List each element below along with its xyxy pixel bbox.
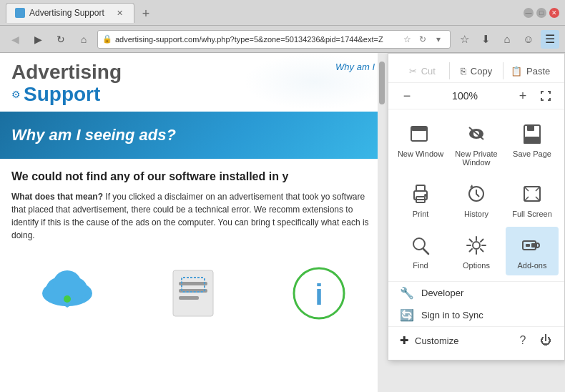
menu-grid: New Window New PrivateWindow: [388, 109, 564, 282]
print-button[interactable]: Print: [394, 175, 447, 224]
document-svg: [164, 265, 222, 322]
power-button[interactable]: ⏻: [536, 330, 556, 351]
zoom-row: − 100% +: [388, 83, 564, 109]
svg-point-6: [64, 295, 71, 303]
security-lock-icon: 🔒: [102, 34, 112, 44]
back-button[interactable]: ◀: [6, 30, 24, 49]
tab-close-button[interactable]: ✕: [114, 7, 125, 19]
cloud-icon-item: [39, 265, 96, 322]
navigation-bar: ◀ ▶ ↻ ⌂ 🔒 advertising-support.com/why.ph…: [0, 26, 565, 53]
webpage: Advertising ⚙ Support Why am I Why am I …: [0, 53, 386, 392]
options-icon: [463, 232, 489, 258]
svg-rect-15: [411, 127, 427, 131]
paste-button[interactable]: 📋 Paste: [505, 63, 556, 79]
new-window-label: New Window: [398, 150, 443, 158]
subheadline: We could not find any of our software in…: [11, 170, 375, 183]
print-icon: [408, 181, 433, 207]
download-icon-button[interactable]: ⬇: [476, 30, 495, 49]
svg-rect-10: [179, 296, 199, 300]
forward-button[interactable]: ▶: [29, 30, 47, 49]
bookmark-star-icon[interactable]: ☆: [400, 32, 414, 46]
customize-icon: ✚: [400, 334, 409, 347]
fullscreen-button[interactable]: [536, 86, 556, 106]
dropdown-arrow-icon[interactable]: ▾: [431, 32, 446, 46]
site-logo-advertising: Advertising: [11, 62, 375, 84]
new-private-window-button[interactable]: New PrivateWindow: [450, 115, 503, 172]
help-button[interactable]: ?: [513, 330, 533, 351]
tab-area: Advertising Support ✕ +: [6, 3, 521, 23]
svg-line-28: [423, 249, 428, 254]
cut-label: Cut: [421, 66, 436, 77]
add-ons-button[interactable]: Add-ons: [506, 227, 559, 275]
clipboard-row: ✂ Cut ⎘ Copy 📋 Paste: [388, 59, 564, 83]
site-header: Advertising ⚙ Support Why am I: [0, 53, 386, 109]
svg-rect-8: [179, 282, 207, 285]
new-window-icon: [408, 121, 433, 147]
save-page-button[interactable]: Save Page: [506, 115, 559, 172]
browser-frame: Advertising Support ✕ + — □ ✕ ◀ ▶ ↻ ⌂ 🔒 …: [0, 0, 565, 392]
new-private-window-label: New PrivateWindow: [455, 150, 497, 167]
bottom-icons-area: i: [0, 253, 386, 333]
minimize-button[interactable]: —: [524, 8, 534, 18]
developer-menu-item[interactable]: 🔧 Developer: [388, 282, 564, 304]
customize-label: Customize: [415, 335, 458, 346]
toolbar-icons: ☆ ⬇ ⌂ ☺ ☰: [455, 30, 559, 49]
fullscreen-icon: [539, 89, 552, 102]
cut-button[interactable]: ✂ Cut: [397, 63, 448, 79]
scrollbar-thumb[interactable]: [379, 62, 385, 104]
smiley-icon-button[interactable]: ☺: [519, 30, 538, 49]
customize-button[interactable]: ✚ Customize: [397, 330, 513, 351]
tab-label: Advertising Support: [29, 8, 104, 18]
active-tab[interactable]: Advertising Support ✕: [6, 3, 134, 23]
full-screen-button[interactable]: Full Screen: [506, 175, 559, 224]
menu-bottom-icon-group: ? ⏻: [513, 330, 556, 351]
home-button[interactable]: ⌂: [74, 30, 93, 49]
title-bar: Advertising Support ✕ + — □ ✕: [0, 0, 565, 26]
sign-in-menu-item[interactable]: 🔄 Sign in to Sync: [388, 304, 564, 326]
paragraph-label: What does that mean?: [11, 192, 103, 202]
private-window-icon: [463, 121, 489, 147]
add-ons-label: Add-ons: [518, 261, 547, 270]
sign-in-label: Sign in to Sync: [421, 310, 483, 320]
save-page-label: Save Page: [513, 150, 551, 158]
bookmark-icon-button[interactable]: ☆: [455, 30, 473, 49]
options-button[interactable]: Options: [450, 227, 503, 275]
why-header-banner: Why am I seeing ads?: [0, 112, 386, 159]
clipboard-divider2: [503, 62, 503, 79]
question-svg: i: [290, 265, 348, 322]
save-page-icon: [519, 121, 545, 147]
close-button[interactable]: ✕: [549, 8, 559, 18]
site-logo-support: Support: [24, 84, 100, 106]
refresh-button[interactable]: ↻: [51, 30, 70, 49]
sync-icon: 🔄: [400, 308, 414, 322]
why-headline: Why am I seeing ads?: [11, 126, 375, 144]
find-label: Find: [413, 261, 428, 270]
history-button[interactable]: History: [450, 175, 503, 224]
home-icon-button[interactable]: ⌂: [498, 30, 516, 49]
new-tab-button[interactable]: +: [137, 6, 154, 23]
hamburger-menu-button[interactable]: ☰: [541, 30, 559, 49]
zoom-value: 100%: [420, 90, 510, 102]
site-logo-support-line: ⚙ Support: [11, 84, 375, 106]
content-body: We could not find any of our software in…: [0, 159, 386, 253]
copy-label: Copy: [471, 66, 492, 77]
svg-rect-22: [416, 185, 425, 191]
svg-rect-33: [526, 244, 530, 247]
gear-icon: ⚙: [11, 89, 21, 100]
find-button[interactable]: Find: [394, 227, 447, 275]
print-label: Print: [413, 210, 429, 218]
paste-label: Paste: [526, 66, 550, 77]
history-label: History: [464, 210, 488, 218]
refresh-small-icon[interactable]: ↻: [416, 32, 430, 46]
maximize-button[interactable]: □: [536, 8, 546, 18]
address-bar[interactable]: 🔒 advertising-support.com/why.php?type=5…: [97, 30, 451, 49]
question-icon-item: i: [290, 265, 348, 322]
zoom-out-button[interactable]: −: [397, 86, 417, 106]
full-screen-label: Full Screen: [512, 210, 552, 218]
zoom-in-button[interactable]: +: [513, 86, 533, 106]
url-text: advertising-support.com/why.php?type=5&z…: [115, 35, 397, 44]
new-window-button[interactable]: New Window: [394, 115, 447, 172]
paste-icon: 📋: [511, 66, 522, 77]
scrollbar-track: [378, 53, 386, 392]
copy-button[interactable]: ⎘ Copy: [451, 63, 502, 79]
